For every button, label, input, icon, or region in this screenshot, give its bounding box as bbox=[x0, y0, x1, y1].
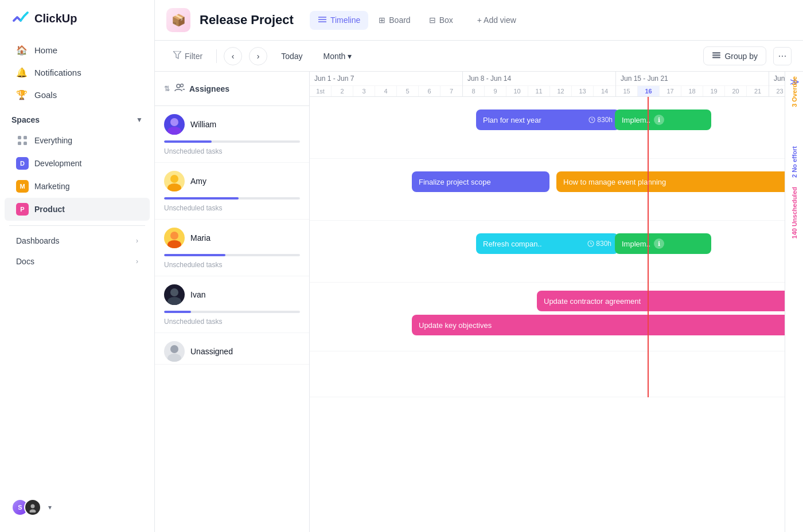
add-view-button[interactable]: + Add view bbox=[470, 11, 523, 29]
sidebar: ClickUp 🏠 Home 🔔 Notifications 🏆 Goals S… bbox=[0, 0, 155, 532]
task-implem-maria[interactable]: Implem.. ℹ bbox=[615, 233, 711, 254]
nav-notifications[interactable]: 🔔 Notifications bbox=[5, 61, 150, 84]
filter-label: Filter bbox=[185, 52, 202, 61]
day-23: 23 bbox=[769, 86, 785, 96]
unscheduled-william: Unscheduled tasks bbox=[155, 145, 309, 162]
svg-marker-9 bbox=[173, 51, 181, 58]
task-event-planning[interactable]: How to manage event planning bbox=[556, 171, 785, 192]
tab-board[interactable]: ⊞ Board bbox=[371, 11, 418, 29]
svg-rect-0 bbox=[18, 136, 21, 139]
svg-point-5 bbox=[30, 510, 36, 513]
nav-home[interactable]: 🏠 Home bbox=[5, 39, 150, 61]
svg-rect-10 bbox=[712, 52, 720, 54]
day-14: 14 bbox=[594, 86, 615, 96]
svg-rect-2 bbox=[18, 142, 21, 145]
group-by-button[interactable]: Group by bbox=[703, 46, 766, 65]
week-label-2: Jun 8 - Jun 14 bbox=[463, 72, 615, 86]
week-jun23: Jun 23 - Jun 23 22 24 25 bbox=[769, 72, 785, 96]
task-label: Finalize project scope bbox=[419, 178, 491, 186]
day-13: 13 bbox=[572, 86, 594, 96]
today-button[interactable]: Today bbox=[274, 48, 309, 64]
tab-box[interactable]: ⊟ Box bbox=[421, 11, 461, 29]
timeline-rows: Plan for next year 830h Implem.. ℹ bbox=[310, 97, 785, 397]
sidebar-docs[interactable]: Docs › bbox=[5, 251, 150, 272]
sidebar-dashboards[interactable]: Dashboards › bbox=[5, 230, 150, 251]
tab-board-label: Board bbox=[389, 15, 410, 25]
avatar-j bbox=[24, 499, 41, 516]
svg-point-23 bbox=[170, 345, 178, 353]
timeline-row-maria: Refresh compan.. 830h Implem.. ℹ bbox=[310, 221, 785, 283]
overdue-label: 3 Overdue bbox=[785, 72, 803, 142]
task-key-objectives[interactable]: Update key objectives 830h bbox=[412, 315, 785, 335]
main-content: 📦 Release Project Timeline ⊞ Board ⊟ Box… bbox=[155, 0, 803, 532]
task-label: Update key objectives bbox=[419, 321, 492, 330]
tab-timeline[interactable]: Timeline bbox=[310, 11, 368, 30]
spaces-header[interactable]: Spaces ▼ bbox=[0, 106, 154, 129]
filter-button[interactable]: Filter bbox=[166, 48, 209, 64]
month-button[interactable]: Month ▾ bbox=[316, 48, 358, 64]
day-1: 1st bbox=[310, 86, 332, 96]
view-tabs: Timeline ⊞ Board ⊟ Box bbox=[310, 11, 461, 30]
svg-rect-11 bbox=[712, 54, 720, 56]
day-16-today: 16 bbox=[638, 86, 660, 96]
box-icon: ⊟ bbox=[429, 15, 436, 25]
svg-point-19 bbox=[170, 232, 178, 240]
home-icon: 🏠 bbox=[16, 45, 28, 56]
svg-point-4 bbox=[31, 504, 35, 508]
task-contractor-agreement[interactable]: Update contractor agreement bbox=[537, 291, 785, 311]
svg-point-15 bbox=[170, 118, 178, 126]
day-8: 8 bbox=[463, 86, 485, 96]
info-icon: ℹ bbox=[654, 238, 664, 249]
svg-rect-12 bbox=[712, 57, 720, 58]
assignee-row-unassigned: Unassigned bbox=[155, 333, 309, 365]
task-label: Implem.. bbox=[622, 240, 650, 248]
spaces-label: Spaces bbox=[11, 115, 40, 124]
day-10: 10 bbox=[506, 86, 528, 96]
task-label: Implem.. bbox=[622, 116, 650, 124]
assignee-row-maria: Maria Unscheduled tasks bbox=[155, 220, 309, 276]
day-20: 20 bbox=[725, 86, 747, 96]
nav-goals-label: Goals bbox=[34, 90, 57, 100]
svg-point-14 bbox=[181, 84, 184, 87]
group-by-label: Group by bbox=[724, 52, 758, 61]
day-5: 5 bbox=[397, 86, 419, 96]
task-effort: 830h bbox=[583, 240, 611, 248]
task-label: Plan for next year bbox=[483, 116, 541, 124]
space-everything-label: Everything bbox=[34, 136, 72, 145]
space-everything[interactable]: Everything bbox=[5, 129, 150, 152]
space-product[interactable]: P Product bbox=[5, 198, 150, 221]
assignee-column-header: ⇅ Assignees bbox=[155, 72, 309, 106]
svg-point-22 bbox=[167, 297, 181, 305]
add-view-label: + Add view bbox=[477, 15, 516, 25]
day-18: 18 bbox=[681, 86, 703, 96]
space-development[interactable]: D Development bbox=[5, 152, 150, 175]
svg-point-16 bbox=[167, 127, 181, 135]
spaces-chevron-icon: ▼ bbox=[136, 116, 143, 124]
main-header: 📦 Release Project Timeline ⊞ Board ⊟ Box… bbox=[155, 0, 803, 41]
nav-prev-button[interactable]: ‹ bbox=[224, 47, 242, 65]
product-badge: P bbox=[16, 203, 29, 216]
space-marketing[interactable]: M Marketing bbox=[5, 175, 150, 198]
tab-timeline-label: Timeline bbox=[330, 15, 360, 25]
assignee-row-william: William Unscheduled tasks bbox=[155, 106, 309, 163]
day-9: 9 bbox=[485, 86, 506, 96]
task-implem-william[interactable]: Implem.. ℹ bbox=[615, 109, 711, 130]
svg-point-17 bbox=[170, 175, 178, 183]
more-options-button[interactable]: ··· bbox=[773, 47, 792, 65]
task-plan-next-year[interactable]: Plan for next year 830h bbox=[476, 109, 619, 130]
nav-next-button[interactable]: › bbox=[249, 47, 267, 65]
task-refresh-company[interactable]: Refresh compan.. 830h bbox=[476, 233, 618, 254]
name-unassigned: Unassigned bbox=[190, 347, 233, 356]
nav-notifications-label: Notifications bbox=[34, 68, 81, 77]
filter-icon bbox=[173, 51, 181, 61]
day-15: 15 bbox=[616, 86, 638, 96]
sort-icon: ⇅ bbox=[164, 85, 170, 93]
timeline-row-ivan: Update contractor agreement Update key o… bbox=[310, 283, 785, 351]
clickup-logo-icon bbox=[11, 9, 30, 28]
marketing-badge: M bbox=[16, 180, 29, 193]
footer-chevron-icon[interactable]: ▾ bbox=[48, 503, 52, 511]
task-finalize-scope[interactable]: Finalize project scope bbox=[412, 171, 549, 192]
nav-goals[interactable]: 🏆 Goals bbox=[5, 84, 150, 106]
week-label-1: Jun 1 - Jun 7 bbox=[310, 72, 462, 86]
day-4: 4 bbox=[375, 86, 397, 96]
